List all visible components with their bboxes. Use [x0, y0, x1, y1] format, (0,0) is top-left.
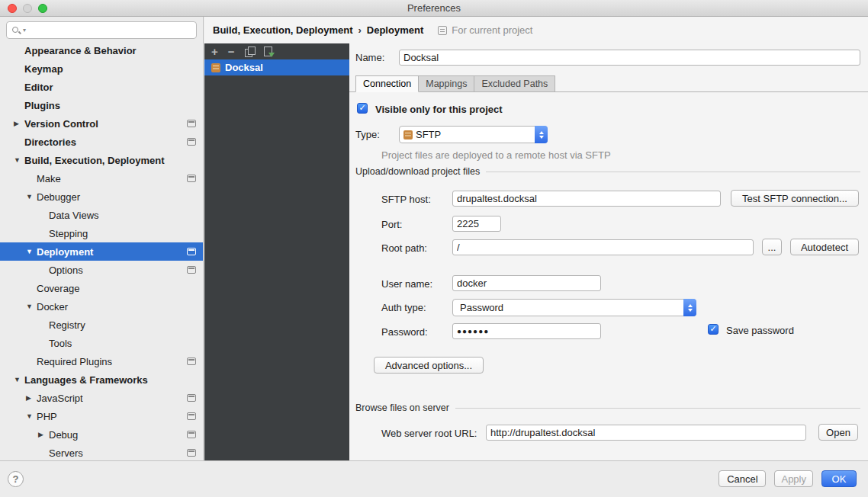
tab-excluded-paths[interactable]: Excluded Paths [474, 75, 555, 92]
expand-arrow-icon[interactable] [26, 188, 37, 206]
name-input[interactable] [399, 50, 860, 66]
sidebar-item-label: PHP [37, 411, 57, 422]
breadcrumb: Build, Execution, Deployment › Deploymen… [204, 17, 868, 43]
sidebar-item-keymap[interactable]: Keymap [0, 59, 203, 78]
settings-tree: Appearance & Behavior Keymap Editor Plug… [0, 41, 203, 460]
sidebar-item-label: Keymap [24, 63, 63, 75]
sidebar-item-javascript[interactable]: JavaScript [0, 389, 203, 407]
window-controls [8, 4, 47, 13]
breadcrumb-page: Deployment [367, 24, 423, 36]
web-root-input[interactable] [486, 425, 806, 441]
port-input[interactable] [452, 216, 501, 232]
cancel-button[interactable]: Cancel [719, 470, 766, 487]
sidebar-item-appearance-behavior[interactable]: Appearance & Behavior [0, 41, 203, 59]
tab-connection[interactable]: Connection [355, 75, 419, 92]
autodetect-button[interactable]: Autodetect [790, 239, 859, 255]
password-input[interactable] [452, 323, 601, 339]
sftp-host-input[interactable] [452, 191, 721, 207]
stepper-icon[interactable] [535, 126, 548, 143]
browse-root-path-button[interactable]: ... [762, 239, 782, 255]
sidebar-item-tools[interactable]: Tools [0, 334, 203, 352]
visible-only-checkbox[interactable] [357, 103, 368, 114]
browse-section-title: Browse files on server [355, 402, 449, 413]
chevron-down-icon [688, 309, 693, 312]
sidebar-item-label: Servers [49, 447, 83, 459]
sidebar-item-debug[interactable]: Debug [0, 425, 203, 444]
zoom-window-button[interactable] [38, 4, 47, 13]
visible-only-label: Visible only for this project [375, 104, 503, 115]
sidebar-item-deployment[interactable]: Deployment [0, 242, 203, 261]
remove-server-button[interactable]: − [228, 43, 235, 59]
chevron-up-icon [539, 131, 544, 134]
sidebar-item-build-execution-deployment[interactable]: Build, Execution, Deployment [0, 151, 203, 169]
paste-server-icon[interactable] [264, 46, 273, 56]
advanced-options-button[interactable]: Advanced options... [374, 357, 484, 374]
help-icon[interactable]: ? [8, 471, 24, 487]
titlebar: Preferences [0, 0, 868, 17]
search-area: ▾ [0, 17, 203, 41]
sidebar-item-stepping[interactable]: Stepping [0, 224, 203, 242]
server-icon [211, 63, 220, 72]
sidebar-item-version-control[interactable]: Version Control [0, 114, 203, 133]
project-scope-icon [187, 449, 196, 457]
test-sftp-connection-button[interactable]: Test SFTP connection... [731, 190, 859, 207]
sidebar-item-coverage[interactable]: Coverage [0, 279, 203, 297]
search-input[interactable] [28, 24, 191, 37]
collapse-arrow-icon[interactable] [26, 389, 37, 407]
upload-section-header: Upload/download project files [355, 166, 860, 177]
collapse-arrow-icon[interactable] [38, 425, 49, 444]
settings-sidebar: ▾ Appearance & Behavior Keymap Editor Pl… [0, 17, 204, 460]
sidebar-item-label: Docker [37, 301, 68, 313]
sidebar-item-label: Stepping [49, 228, 88, 239]
project-scope-icon [187, 175, 196, 182]
sidebar-item-languages-frameworks[interactable]: Languages & Frameworks [0, 370, 203, 389]
sidebar-item-data-views[interactable]: Data Views [0, 206, 203, 224]
sidebar-item-editor[interactable]: Editor [0, 78, 203, 96]
sidebar-item-debugger[interactable]: Debugger [0, 188, 203, 206]
server-list-item-docksal[interactable]: Docksal [204, 59, 349, 75]
sidebar-item-label: Build, Execution, Deployment [24, 155, 164, 166]
project-scope-icon [187, 248, 196, 255]
apply-button[interactable]: Apply [774, 470, 813, 487]
expand-arrow-icon[interactable] [26, 242, 37, 261]
expand-arrow-icon[interactable] [26, 297, 37, 316]
copy-server-icon[interactable] [245, 46, 254, 56]
breadcrumb-section[interactable]: Build, Execution, Deployment [213, 24, 352, 36]
close-window-button[interactable] [8, 4, 17, 13]
expand-arrow-icon[interactable] [26, 407, 37, 425]
collapse-arrow-icon[interactable] [14, 114, 24, 133]
expand-arrow-icon[interactable] [14, 370, 24, 389]
auth-type-select[interactable]: Password [452, 299, 696, 316]
sidebar-item-options[interactable]: Options [0, 261, 203, 279]
sidebar-item-make[interactable]: Make [0, 169, 203, 188]
sidebar-item-registry[interactable]: Registry [0, 316, 203, 334]
save-password-checkbox[interactable] [708, 324, 719, 335]
add-server-button[interactable]: + [211, 43, 218, 59]
search-box[interactable]: ▾ [6, 21, 197, 39]
sidebar-item-label: Version Control [24, 118, 98, 130]
open-button[interactable]: Open [818, 424, 858, 441]
expand-arrow-icon[interactable] [14, 151, 24, 169]
upload-section-title: Upload/download project files [355, 166, 480, 177]
tab-mappings[interactable]: Mappings [419, 75, 474, 92]
sidebar-item-docker[interactable]: Docker [0, 297, 203, 316]
sidebar-item-directories[interactable]: Directories [0, 133, 203, 151]
sftp-type-icon [403, 130, 413, 139]
root-path-input[interactable] [452, 239, 754, 255]
ok-button[interactable]: OK [821, 470, 857, 487]
stepper-icon[interactable] [683, 299, 696, 316]
sidebar-item-required-plugins[interactable]: Required Plugins [0, 352, 203, 370]
sidebar-item-label: Plugins [24, 100, 60, 111]
project-scope-icon [187, 266, 196, 274]
sidebar-item-servers[interactable]: Servers [0, 444, 203, 460]
sidebar-item-label: Coverage [37, 283, 79, 294]
sidebar-item-label: Debugger [37, 191, 80, 203]
deployment-form: Name: Connection Mappings Excluded Paths… [349, 43, 868, 460]
user-name-input[interactable] [452, 275, 601, 291]
type-label: Type: [355, 129, 380, 140]
scope-indicator: For current project [438, 24, 532, 36]
sidebar-item-plugins[interactable]: Plugins [0, 96, 203, 114]
chevron-down-icon[interactable]: ▾ [23, 27, 26, 34]
sidebar-item-php[interactable]: PHP [0, 407, 203, 425]
type-select[interactable]: SFTP [399, 126, 548, 143]
